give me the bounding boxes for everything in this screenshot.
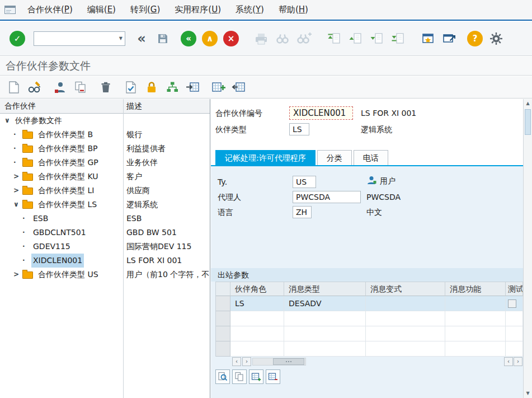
cell-partner-role[interactable] xyxy=(230,326,284,341)
table-row[interactable] xyxy=(216,326,523,341)
tree-item-label[interactable]: 合作伙伴类型 KU xyxy=(36,170,100,184)
cell-message-variant[interactable] xyxy=(366,296,445,311)
cancel-icon[interactable]: × xyxy=(223,31,239,46)
tree-row[interactable]: >合作伙伴类型 KU 客户 xyxy=(0,170,210,184)
expand-icon[interactable]: > xyxy=(13,184,22,198)
lock-icon[interactable] xyxy=(143,79,160,95)
tree-row[interactable]: ·合作伙伴类型 B 银行 xyxy=(0,128,210,142)
exit-icon[interactable]: ∧ xyxy=(202,31,218,46)
cell-message-type[interactable] xyxy=(284,341,366,357)
copy-row-button[interactable] xyxy=(232,369,247,384)
row-selector[interactable] xyxy=(216,326,230,341)
menu-utilities[interactable]: 实用程序(U) xyxy=(167,4,228,15)
menu-help[interactable]: 帮助(H) xyxy=(271,4,316,15)
cell-message-variant[interactable] xyxy=(366,326,445,341)
expand-icon[interactable]: > xyxy=(13,268,22,282)
tree-row[interactable]: ∨伙伴参数文件 xyxy=(0,114,210,128)
tree-row[interactable]: ·GDEV115 国际营销DEV 115 xyxy=(0,240,210,254)
menu-partner[interactable]: 合作伙伴(P) xyxy=(20,4,80,15)
command-input[interactable] xyxy=(34,31,125,46)
find-icon[interactable] xyxy=(275,31,290,46)
cell-message-function[interactable] xyxy=(445,326,506,341)
collapse-icon[interactable]: ∨ xyxy=(13,198,22,212)
type-field[interactable]: US xyxy=(293,176,316,188)
delete-row-button[interactable] xyxy=(266,369,280,384)
cell-partner-role[interactable] xyxy=(230,311,284,326)
row-selector-header[interactable] xyxy=(216,282,230,296)
tree-row[interactable]: >合作伙伴类型 US 用户（前10 个字符，不 xyxy=(0,268,210,282)
cell-message-type[interactable]: DESADV xyxy=(284,296,366,311)
insert-row-button[interactable] xyxy=(249,369,263,384)
detail-row-button[interactable] xyxy=(215,369,230,384)
tree-item-label[interactable]: GDEV115 xyxy=(31,240,72,254)
row-selector[interactable] xyxy=(216,341,230,357)
dropdown-icon[interactable]: ▼ xyxy=(119,36,123,41)
tree-item-label[interactable]: XIDCLEN001 xyxy=(31,254,84,268)
cell-message-variant[interactable] xyxy=(366,311,445,326)
tree-row[interactable]: ∨合作伙伴类型 LS 逻辑系统 xyxy=(0,198,210,212)
table-back-icon[interactable] xyxy=(230,79,247,95)
tree-row[interactable]: ·ESB ESB xyxy=(0,212,210,226)
tree-item-label[interactable]: 合作伙伴类型 LI xyxy=(36,184,96,198)
create-shortcut-icon[interactable] xyxy=(420,31,436,46)
collapse-icon[interactable]: « xyxy=(134,31,149,46)
scroll-right-icon[interactable]: › xyxy=(242,357,251,366)
table-row[interactable] xyxy=(216,311,523,326)
scroll-down-icon[interactable]: ▼ xyxy=(524,389,532,398)
tree-row-selected[interactable]: ·XIDCLEN001 LS FOR XI 001 xyxy=(0,254,210,268)
column-header[interactable]: 消息功能 xyxy=(445,282,506,296)
save-icon[interactable] xyxy=(155,31,171,46)
cell-message-type[interactable] xyxy=(284,311,366,326)
expand-icon[interactable]: > xyxy=(13,170,22,184)
check-icon[interactable] xyxy=(123,79,139,95)
partner-type-field[interactable]: LS xyxy=(289,123,309,135)
find-next-icon[interactable] xyxy=(296,31,312,46)
tree-item-label[interactable]: ESB xyxy=(31,212,50,226)
print-icon[interactable] xyxy=(253,31,269,46)
tab-telephony[interactable]: 电话 xyxy=(354,150,388,165)
cell-message-type[interactable] xyxy=(284,326,366,341)
partner-number-field[interactable]: XIDCLEN001 xyxy=(289,106,353,120)
back-icon[interactable]: « xyxy=(181,31,196,46)
column-header[interactable]: 消息类型 xyxy=(284,282,366,296)
tab-post-processing-agent[interactable]: 记帐处理:许可代理程序 xyxy=(215,150,316,165)
enter-icon[interactable]: ✓ xyxy=(10,31,25,46)
partner-icon[interactable] xyxy=(51,79,68,95)
delete-icon[interactable] xyxy=(97,79,114,95)
menu-system[interactable]: 系统(Y) xyxy=(228,4,271,15)
cell-message-variant[interactable] xyxy=(366,341,445,357)
cell-message-function[interactable] xyxy=(445,341,506,357)
tree-item-label[interactable]: 合作伙伴类型 BP xyxy=(36,142,100,156)
first-page-icon[interactable] xyxy=(326,31,342,46)
help-icon[interactable]: ? xyxy=(467,31,483,46)
tree-item-label[interactable]: 合作伙伴类型 GP xyxy=(36,156,100,170)
hierarchy-icon[interactable] xyxy=(164,79,181,95)
scroll-right-icon[interactable]: › xyxy=(514,357,522,366)
collapse-icon[interactable]: ∨ xyxy=(4,114,13,128)
menu-edit[interactable]: 编辑(E) xyxy=(80,4,123,15)
tab-classification[interactable]: 分类 xyxy=(317,150,352,165)
tree-item-label[interactable]: 伙伴参数文件 xyxy=(13,114,64,128)
table-row[interactable] xyxy=(216,341,523,357)
language-field[interactable]: ZH xyxy=(293,206,312,218)
cell-partner-role[interactable]: LS xyxy=(230,296,284,311)
tree-row[interactable]: >合作伙伴类型 LI 供应商 xyxy=(0,184,210,198)
scrollbar-thumb[interactable] xyxy=(273,358,304,365)
tree-item-label[interactable]: GBDCLNT501 xyxy=(31,226,88,240)
scroll-up-icon[interactable]: ▲ xyxy=(524,99,532,108)
agent-field[interactable]: PWCSDA xyxy=(293,191,361,203)
next-page-icon[interactable] xyxy=(369,31,384,46)
column-header[interactable]: 伙伴角色 xyxy=(230,282,284,296)
tree-item-label[interactable]: 合作伙伴类型 LS xyxy=(36,198,98,212)
table-add-icon[interactable] xyxy=(210,79,227,95)
display-change-icon[interactable] xyxy=(26,79,43,95)
table-in-icon[interactable] xyxy=(185,79,201,95)
previous-page-icon[interactable] xyxy=(347,31,363,46)
table-row[interactable]: LS DESADV xyxy=(216,296,523,311)
column-header[interactable]: 消息变式 xyxy=(366,282,445,296)
column-divider[interactable] xyxy=(123,99,124,398)
scroll-left-icon[interactable]: ‹ xyxy=(232,357,241,366)
last-page-icon[interactable] xyxy=(390,31,406,46)
new-session-icon[interactable] xyxy=(441,31,457,46)
tree-item-label[interactable]: 合作伙伴类型 B xyxy=(36,128,95,142)
